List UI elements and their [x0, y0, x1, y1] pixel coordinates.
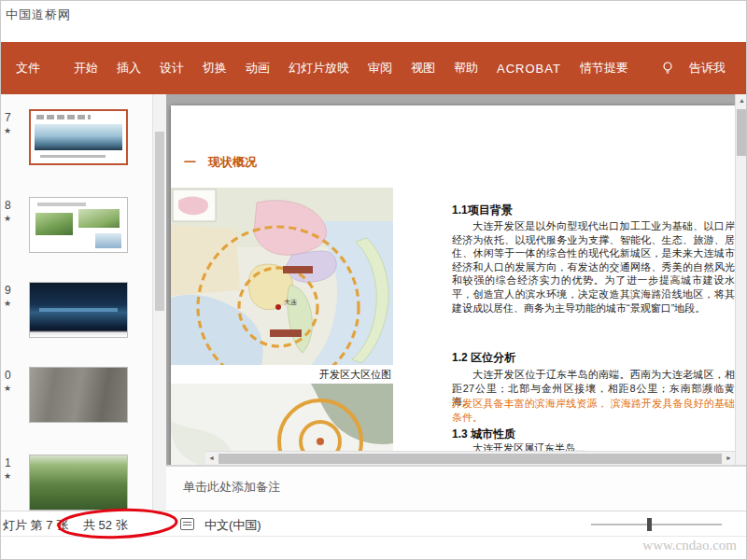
slide-thumbnail-panel: 7 ★ 8 ★ 9 ★ 0 ★ 1: [1, 94, 152, 511]
tab-storyboard[interactable]: 情节提要: [571, 54, 638, 82]
watermark-bottom: www.cndao.com: [642, 538, 737, 553]
thumbnail-scrollbar[interactable]: [152, 94, 166, 511]
watermark-top: 中国道桥网: [6, 7, 71, 23]
vertical-scrollbar[interactable]: ▲: [735, 94, 747, 465]
transition-star-icon: ★: [4, 384, 11, 393]
spellcheck-icon[interactable]: [180, 518, 194, 530]
slide-title: 一现状概况: [184, 154, 257, 171]
transition-star-icon: ★: [4, 126, 11, 135]
tab-insert[interactable]: 插入: [107, 54, 150, 82]
scroll-left-icon[interactable]: ◄: [208, 455, 215, 461]
tab-review[interactable]: 审阅: [359, 54, 402, 82]
slide-number: 8: [5, 199, 11, 212]
zoom-slider-track[interactable]: [591, 524, 722, 525]
notes-pane[interactable]: 单击此处添加备注: [166, 465, 747, 511]
tab-transitions[interactable]: 切换: [193, 54, 236, 82]
section-3-heading: 1.3 城市性质: [452, 427, 735, 442]
slide-8-item[interactable]: 8 ★: [1, 197, 152, 257]
slide-11-thumbnail[interactable]: [29, 455, 128, 511]
map-caption: 开发区大区位图: [171, 368, 391, 382]
slide-editor-area: 一现状概况 大连 开发: [166, 94, 747, 465]
tab-acrobat[interactable]: ACROBAT: [487, 56, 571, 81]
scroll-up-icon[interactable]: ▲: [736, 97, 747, 104]
slide-9-thumbnail[interactable]: [29, 282, 128, 338]
section-1-heading: 1.1项目背景: [452, 203, 735, 218]
powerpoint-window: 中国道桥网 文件 开始 插入 设计 切换 动画 幻灯片放映 审阅 视图 帮助 A…: [0, 0, 747, 560]
lightbulb-icon: [660, 61, 675, 76]
transition-star-icon: ★: [4, 299, 11, 308]
map-ring-label: [270, 329, 302, 337]
tab-animations[interactable]: 动画: [236, 54, 279, 82]
slide-10-item[interactable]: 0 ★: [1, 367, 152, 427]
slide-total-indicator: 共 52 张: [83, 517, 128, 534]
slide-number: 7: [5, 111, 11, 124]
thumbnail-scrollbar-thumb[interactable]: [155, 132, 164, 311]
transition-star-icon: ★: [4, 214, 11, 223]
section-1-body: 大连开发区是以外向型现代出口加工工业为基础、以口岸经济为依托、以现代服务业为支撑…: [452, 219, 735, 315]
slide-position-indicator[interactable]: 灯片 第 7 张: [3, 517, 68, 534]
language-indicator[interactable]: 中文(中国): [204, 517, 261, 534]
tell-me-box[interactable]: 告诉我: [680, 54, 735, 82]
slide-7-thumbnail[interactable]: [29, 109, 128, 165]
section-2-heading: 1.2 区位分析: [452, 350, 735, 366]
tab-home[interactable]: 开始: [64, 54, 107, 82]
slide-number: 9: [5, 284, 11, 297]
slide-canvas[interactable]: 一现状概况 大连 开发: [171, 105, 735, 465]
map-ring-label: [283, 266, 313, 273]
title-marker: 一: [184, 155, 196, 169]
slide-7-item[interactable]: 7 ★: [1, 109, 152, 169]
transition-star-icon: ★: [4, 471, 11, 481]
slide-8-thumbnail[interactable]: [29, 197, 128, 253]
horizontal-scrollbar[interactable]: ◄ ►: [205, 451, 735, 465]
ribbon-bar: 文件 开始 插入 设计 切换 动画 幻灯片放映 审阅 视图 帮助 ACROBAT…: [1, 42, 746, 94]
slide-11-item[interactable]: 1 ★: [1, 455, 152, 511]
map-city-label: 大连: [284, 299, 297, 306]
slide-number: 1: [5, 456, 11, 469]
slide-9-item[interactable]: 9 ★: [1, 282, 152, 342]
tab-view[interactable]: 视图: [402, 54, 444, 82]
section-2-highlight: 开发区具备丰富的滨海岸线资源， 滨海路开发具备良好的基础条件。: [452, 397, 735, 424]
zoom-slider-handle[interactable]: [647, 518, 652, 531]
horizontal-scrollbar-thumb[interactable]: [218, 454, 722, 464]
scroll-right-icon[interactable]: ►: [726, 455, 732, 461]
notes-placeholder: 单击此处添加备注: [183, 479, 280, 496]
tab-slideshow[interactable]: 幻灯片放映: [279, 54, 359, 82]
regional-location-map: 大连: [171, 188, 393, 365]
tab-help[interactable]: 帮助: [444, 54, 487, 82]
status-bar: 灯片 第 7 张 共 52 张 中文(中国): [1, 511, 747, 537]
vertical-scrollbar-thumb[interactable]: [737, 109, 747, 156]
tab-design[interactable]: 设计: [150, 54, 193, 82]
title-text: 现状概况: [208, 155, 257, 169]
slide-10-thumbnail[interactable]: [29, 367, 128, 423]
slide-number: 0: [5, 369, 11, 382]
tab-file[interactable]: 文件: [14, 54, 49, 82]
